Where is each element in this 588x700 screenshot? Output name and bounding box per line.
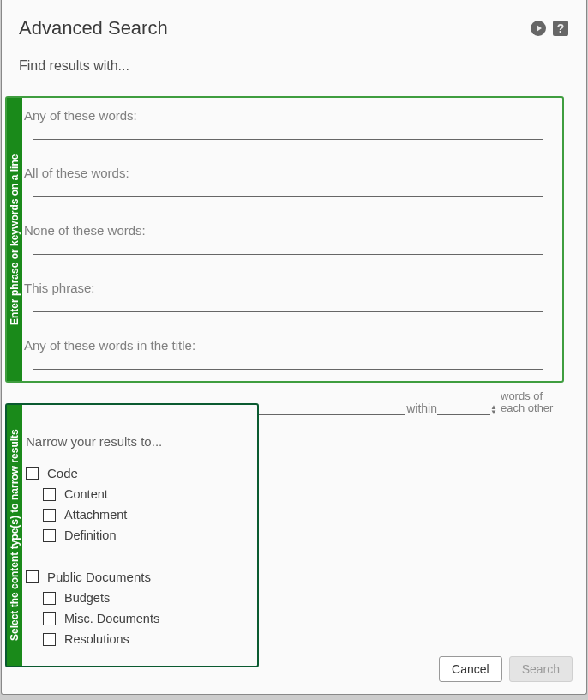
checkbox-label: Attachment [64, 508, 127, 522]
field-label: Any of these words in the title: [24, 338, 561, 353]
keywords-panel: Enter phrase or keywords on a line Any o… [5, 96, 564, 383]
dialog-header: Advanced Search ? [19, 17, 569, 39]
checkbox-row-content[interactable]: Content [26, 487, 250, 501]
checkbox-icon[interactable] [43, 529, 56, 542]
trail-label: words of each other [501, 390, 561, 415]
within-label: within [406, 401, 437, 415]
checkbox-row-code[interactable]: Code [26, 466, 250, 480]
field-none-words: None of these words: [24, 223, 561, 255]
checkbox-label: Definition [64, 528, 116, 542]
narrow-panel-title: Narrow your results to... [26, 434, 250, 449]
field-label: This phrase: [24, 281, 561, 295]
dialog-subtitle: Find results with... [19, 58, 129, 74]
keywords-panel-body: Any of these words: All of these words: … [22, 98, 562, 381]
checkbox-row-resolutions[interactable]: Resolutions [26, 632, 250, 646]
field-label: Any of these words: [24, 108, 561, 123]
field-label: All of these words: [24, 166, 561, 180]
checkbox-row-budgets[interactable]: Budgets [26, 591, 250, 605]
cancel-button[interactable]: Cancel [439, 656, 502, 682]
checkbox-row-public-documents[interactable]: Public Documents [26, 570, 250, 584]
checkbox-icon[interactable] [43, 633, 56, 646]
checkbox-label: Budgets [64, 591, 110, 605]
narrow-panel: Select the content type(s) to narrow res… [5, 403, 259, 667]
dialog-footer: Cancel Search [439, 656, 573, 682]
all-words-input[interactable] [33, 182, 543, 197]
checkbox-icon[interactable] [26, 570, 39, 583]
checkbox-icon[interactable] [43, 612, 56, 625]
field-title-words: Any of these words in the title: [24, 338, 561, 370]
checkbox-row-misc-documents[interactable]: Misc. Documents [26, 612, 250, 625]
title-words-input[interactable] [33, 354, 543, 370]
checkbox-icon[interactable] [43, 488, 56, 501]
phrase-input[interactable] [33, 297, 543, 312]
field-label: None of these words: [24, 223, 561, 238]
checkbox-label: Code [47, 466, 78, 480]
checkbox-row-attachment[interactable]: Attachment [26, 508, 250, 522]
advanced-search-dialog: Advanced Search ? Find results with... E… [1, 0, 587, 695]
checkbox-icon[interactable] [43, 509, 56, 522]
svg-text:?: ? [557, 21, 565, 35]
field-any-words: Any of these words: [24, 108, 561, 140]
field-this-phrase: This phrase: [24, 281, 561, 312]
dialog-title: Advanced Search [19, 17, 168, 39]
keywords-panel-sidebar-label: Enter phrase or keywords on a line [7, 98, 22, 381]
checkbox-label: Resolutions [64, 632, 129, 646]
checkbox-row-definition[interactable]: Definition [26, 528, 250, 542]
checkbox-icon[interactable] [43, 592, 56, 605]
play-icon[interactable] [530, 20, 547, 37]
stepper-icon[interactable]: ▲▼ [490, 405, 499, 415]
narrow-panel-sidebar-label: Select the content type(s) to narrow res… [7, 405, 22, 666]
checkbox-label: Public Documents [47, 570, 151, 584]
proximity-distance-input[interactable] [437, 400, 490, 415]
checkbox-label: Content [64, 487, 108, 501]
narrow-panel-body: Narrow your results to... Code Content A… [22, 405, 257, 666]
header-icons: ? [530, 20, 569, 37]
search-button[interactable]: Search [509, 656, 573, 682]
any-words-input[interactable] [33, 124, 543, 140]
help-icon[interactable]: ? [552, 20, 569, 37]
none-words-input[interactable] [33, 239, 543, 255]
checkbox-label: Misc. Documents [64, 612, 159, 625]
field-all-words: All of these words: [24, 166, 561, 197]
checkbox-icon[interactable] [26, 467, 39, 480]
